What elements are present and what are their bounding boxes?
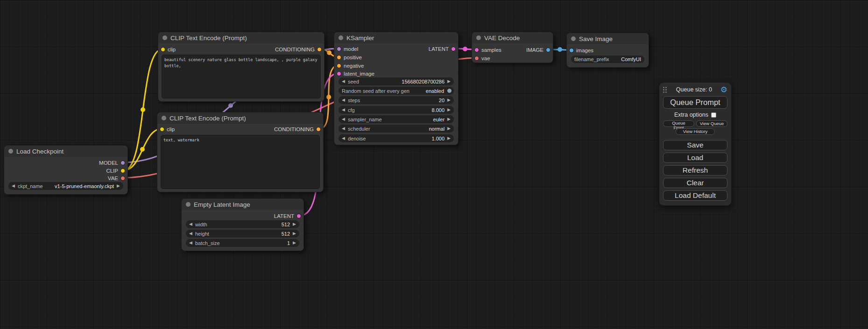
batch-size-widget[interactable]: ◀ batch_size 1 ▶ <box>186 239 299 247</box>
ckpt-name-widget[interactable]: ◀ ckpt_name v1-5-pruned-emaonly.ckpt ▶ <box>8 182 123 190</box>
latent-port-icon[interactable] <box>474 48 479 52</box>
refresh-button[interactable]: Refresh <box>663 165 727 175</box>
increment-arrow-icon[interactable]: ▶ <box>293 241 296 245</box>
denoise-widget[interactable]: ◀ denoise 1.000 ▶ <box>339 134 454 142</box>
clear-button[interactable]: Clear <box>663 178 727 188</box>
node-clip-text-encode-negative[interactable]: CLIP Text Encode (Prompt) clip CONDITION… <box>157 112 324 192</box>
node-clip-text-encode-positive[interactable]: CLIP Text Encode (Prompt) clip CONDITION… <box>158 32 325 102</box>
vae-port-icon[interactable] <box>474 56 479 61</box>
node-titlebar[interactable]: Save Image <box>567 33 649 44</box>
input-slot-latent-image[interactable]: latent_image <box>337 70 374 77</box>
image-port-icon[interactable] <box>569 48 574 53</box>
collapse-dot[interactable] <box>476 35 481 40</box>
increment-arrow-icon[interactable]: ▶ <box>447 136 451 140</box>
increment-arrow-icon[interactable]: ▶ <box>447 98 451 102</box>
decrement-arrow-icon[interactable]: ◀ <box>342 108 345 112</box>
queue-front-button[interactable]: Queue Front <box>663 120 694 127</box>
model-port-icon[interactable] <box>120 161 125 165</box>
decrement-arrow-icon[interactable]: ◀ <box>342 98 345 102</box>
node-titlebar[interactable]: VAE Decode <box>472 32 553 43</box>
output-slot-image[interactable]: IMAGE <box>526 46 550 54</box>
decrement-arrow-icon[interactable]: ◀ <box>342 79 345 84</box>
conditioning-port-icon[interactable] <box>317 47 322 52</box>
latent-port-icon[interactable] <box>451 47 456 51</box>
conditioning-port-icon[interactable] <box>316 127 321 132</box>
input-slot-clip[interactable]: clip <box>160 126 175 133</box>
scheduler-widget[interactable]: ◀ scheduler normal ▶ <box>339 125 454 133</box>
load-button[interactable]: Load <box>663 153 727 163</box>
increment-arrow-icon[interactable]: ▶ <box>447 108 451 112</box>
decrement-arrow-icon[interactable]: ◀ <box>342 136 345 140</box>
clip-port-icon[interactable] <box>161 47 165 52</box>
clip-port-icon[interactable] <box>160 127 164 132</box>
view-history-button[interactable]: View History <box>676 128 715 135</box>
collapse-dot[interactable] <box>8 149 13 154</box>
input-slot-negative[interactable]: negative <box>337 62 364 70</box>
decrement-arrow-icon[interactable]: ◀ <box>342 117 345 121</box>
decrement-arrow-icon[interactable]: ◀ <box>12 184 15 188</box>
node-empty-latent-image[interactable]: Empty Latent Image LATENT ◀ width 512 ▶ … <box>181 198 304 251</box>
width-widget[interactable]: ◀ width 512 ▶ <box>186 220 299 228</box>
output-slot-conditioning[interactable]: CONDITIONING <box>275 46 322 53</box>
decrement-arrow-icon[interactable]: ◀ <box>342 126 345 131</box>
decrement-arrow-icon[interactable]: ◀ <box>189 231 192 236</box>
load-default-button[interactable]: Load Default <box>663 190 727 201</box>
node-graph-canvas[interactable]: Load Checkpoint MODEL CLIP VAE ◀ ckpt_na… <box>0 0 868 329</box>
node-titlebar[interactable]: Empty Latent Image <box>182 199 303 210</box>
settings-gear-icon[interactable]: ⚙ <box>720 86 727 94</box>
cfg-widget[interactable]: ◀ cfg 8.000 ▶ <box>339 106 454 114</box>
filename-prefix-widget[interactable]: filename_prefix ComfyUI <box>571 56 644 63</box>
node-save-image[interactable]: Save Image images filename_prefix ComfyU… <box>566 33 649 68</box>
clip-port-icon[interactable] <box>120 168 125 173</box>
sampler-name-widget[interactable]: ◀ sampler_name euler ▶ <box>339 115 454 123</box>
positive-prompt-textarea[interactable]: beautiful scenery nature glass bottle la… <box>162 55 321 98</box>
increment-arrow-icon[interactable]: ▶ <box>447 79 451 84</box>
random-seed-toggle[interactable]: Random seed after every gen enabled <box>339 87 454 95</box>
increment-arrow-icon[interactable]: ▶ <box>293 222 296 226</box>
input-slot-model[interactable]: model <box>337 45 358 53</box>
output-slot-vae[interactable]: VAE <box>108 175 125 182</box>
output-slot-clip[interactable]: CLIP <box>106 167 125 175</box>
conditioning-port-icon[interactable] <box>337 55 341 60</box>
node-titlebar[interactable]: CLIP Text Encode (Prompt) <box>157 112 323 124</box>
latent-port-icon[interactable] <box>337 71 341 76</box>
increment-arrow-icon[interactable]: ▶ <box>447 126 451 131</box>
input-slot-positive[interactable]: positive <box>337 54 362 61</box>
drag-handle-icon[interactable] <box>663 86 668 93</box>
increment-arrow-icon[interactable]: ▶ <box>447 117 451 121</box>
collapse-dot[interactable] <box>162 35 167 40</box>
output-slot-conditioning[interactable]: CONDITIONING <box>274 126 321 133</box>
input-slot-samples[interactable]: samples <box>474 46 501 54</box>
model-port-icon[interactable] <box>337 47 341 51</box>
save-button[interactable]: Save <box>663 140 727 150</box>
decrement-arrow-icon[interactable]: ◀ <box>189 241 192 245</box>
steps-widget[interactable]: ◀ steps 20 ▶ <box>339 96 454 104</box>
collapse-dot[interactable] <box>162 116 166 120</box>
decrement-arrow-icon[interactable]: ◀ <box>189 222 192 226</box>
output-slot-model[interactable]: MODEL <box>99 159 125 167</box>
view-queue-button[interactable]: View Queue <box>696 120 727 127</box>
conditioning-port-icon[interactable] <box>337 63 341 68</box>
output-slot-latent[interactable]: LATENT <box>274 212 301 220</box>
increment-arrow-icon[interactable]: ▶ <box>117 184 120 188</box>
vae-port-icon[interactable] <box>120 176 125 181</box>
height-widget[interactable]: ◀ height 512 ▶ <box>186 230 299 238</box>
output-slot-latent[interactable]: LATENT <box>429 45 456 53</box>
collapse-dot[interactable] <box>571 36 576 41</box>
input-slot-clip[interactable]: clip <box>161 46 176 53</box>
node-titlebar[interactable]: KSampler <box>334 32 458 43</box>
node-load-checkpoint[interactable]: Load Checkpoint MODEL CLIP VAE ◀ ckpt_na… <box>4 145 128 195</box>
increment-arrow-icon[interactable]: ▶ <box>293 231 296 236</box>
latent-port-icon[interactable] <box>296 214 301 218</box>
negative-prompt-textarea[interactable]: text, watermark <box>161 135 320 189</box>
node-titlebar[interactable]: CLIP Text Encode (Prompt) <box>158 32 324 43</box>
extra-options-checkbox[interactable] <box>711 112 716 118</box>
seed-widget[interactable]: ◀ seed 156680208700286 ▶ <box>339 77 454 85</box>
node-ksampler[interactable]: KSampler model positive negative latent_… <box>334 32 459 145</box>
toggle-knob-icon[interactable] <box>447 88 452 93</box>
node-titlebar[interactable]: Load Checkpoint <box>4 146 127 157</box>
image-port-icon[interactable] <box>546 48 550 52</box>
queue-prompt-button[interactable]: Queue Prompt <box>663 96 727 109</box>
input-slot-images[interactable]: images <box>569 47 593 54</box>
collapse-dot[interactable] <box>186 202 191 207</box>
